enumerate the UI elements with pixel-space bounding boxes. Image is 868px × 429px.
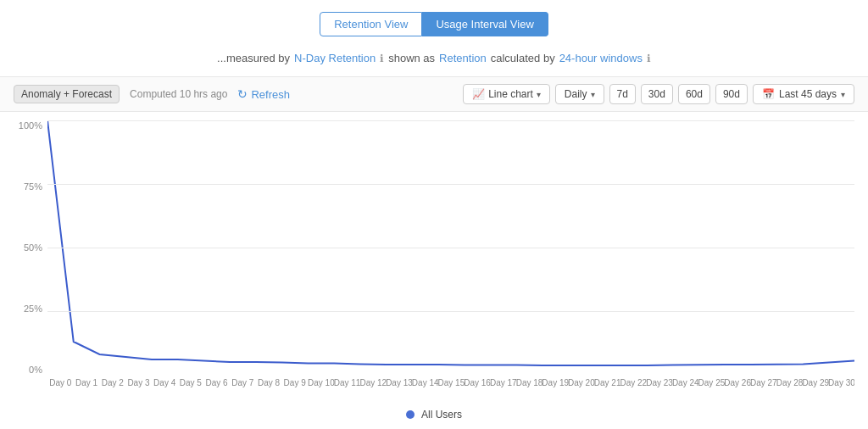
x-label: Day 20 — [568, 378, 594, 387]
x-label: Day 7 — [230, 378, 256, 387]
grid-line-25 — [47, 311, 854, 312]
x-label: Day 6 — [203, 378, 230, 387]
chart-type-label: Line chart — [488, 88, 533, 100]
shown-as-value[interactable]: Retention — [439, 52, 487, 64]
x-label: Day 11 — [334, 378, 360, 387]
legend-row: All Users — [0, 400, 868, 426]
measured-prefix: ...measured by — [217, 52, 290, 64]
refresh-button[interactable]: ↻ Refresh — [237, 87, 290, 101]
x-axis: Day 0Day 1Day 2Day 3Day 4Day 5Day 6Day 7… — [47, 375, 854, 400]
anomaly-badge: Anomaly + Forecast — [14, 85, 120, 103]
y-axis: 0% 25% 50% 75% 100% — [14, 120, 47, 375]
x-label: Day 8 — [256, 378, 282, 387]
period-30d-button[interactable]: 30d — [641, 84, 673, 104]
x-label: Day 19 — [542, 378, 568, 387]
tab-usage-interval[interactable]: Usage Interval View — [422, 12, 548, 36]
granularity-label: Daily — [565, 88, 587, 100]
toolbar: Anomaly + Forecast Computed 10 hrs ago ↻… — [0, 76, 868, 112]
y-label-0: 0% — [29, 365, 42, 375]
x-label: Day 25 — [698, 378, 725, 387]
x-label: Day 28 — [776, 378, 803, 387]
period-60d-button[interactable]: 60d — [678, 84, 710, 104]
computed-text: Computed 10 hrs ago — [130, 88, 227, 100]
x-label: Day 14 — [412, 378, 438, 387]
x-label: Day 9 — [281, 378, 308, 387]
period-7d-button[interactable]: 7d — [609, 84, 636, 104]
x-label: Day 10 — [308, 378, 334, 387]
refresh-label: Refresh — [251, 88, 290, 101]
x-label: Day 13 — [386, 378, 412, 387]
window-label[interactable]: 24-hour windows — [559, 52, 643, 64]
x-label: Day 24 — [672, 378, 698, 387]
legend-label: All Users — [421, 409, 462, 421]
x-label: Day 4 — [152, 378, 178, 387]
x-label: Day 0 — [47, 378, 74, 387]
y-label-25: 25% — [24, 304, 42, 314]
measured-row: ...measured by N-Day Retention ℹ shown a… — [0, 45, 868, 76]
grid-line-75 — [47, 184, 854, 185]
x-label: Day 23 — [646, 378, 672, 387]
chart-plot-area — [47, 120, 854, 375]
x-label: Day 17 — [490, 378, 516, 387]
granularity-dropdown[interactable]: Daily ▾ — [555, 84, 604, 104]
view-tabs: Retention View Usage Interval View — [0, 0, 868, 45]
toolbar-right: 📈 Line chart ▾ Daily ▾ 7d 30d 60d 90d 📅 … — [463, 84, 854, 104]
metric-info-icon[interactable]: ℹ — [380, 53, 384, 64]
retention-line — [47, 120, 854, 365]
legend-dot — [406, 410, 415, 419]
chevron-down-icon: ▾ — [841, 90, 845, 99]
x-label: Day 30 — [828, 378, 854, 387]
x-label: Day 18 — [516, 378, 542, 387]
x-label: Day 1 — [74, 378, 100, 387]
x-label: Day 3 — [125, 378, 152, 387]
chart-type-dropdown[interactable]: 📈 Line chart ▾ — [463, 84, 550, 104]
line-chart-icon: 📈 — [472, 88, 485, 100]
calendar-icon: 📅 — [762, 88, 775, 100]
chart-container: 0% 25% 50% 75% 100% Day 0Day 1Day 2Day 3… — [14, 120, 854, 400]
y-label-100: 100% — [19, 120, 42, 131]
x-label: Day 22 — [620, 378, 646, 387]
x-label: Day 21 — [594, 378, 620, 387]
x-label: Day 16 — [464, 378, 490, 387]
calculated-prefix: calculated by — [491, 52, 555, 64]
grid-line-100 — [47, 120, 854, 121]
date-range-dropdown[interactable]: 📅 Last 45 days ▾ — [753, 84, 854, 104]
date-range-label: Last 45 days — [779, 88, 837, 100]
period-90d-button[interactable]: 90d — [715, 84, 748, 104]
grid-line-50 — [47, 248, 854, 248]
x-label: Day 12 — [359, 378, 386, 387]
metric-label[interactable]: N-Day Retention — [294, 52, 376, 64]
chevron-down-icon: ▾ — [537, 90, 541, 99]
chevron-down-icon: ▾ — [591, 90, 595, 99]
refresh-icon: ↻ — [237, 87, 248, 101]
y-label-50: 50% — [24, 242, 42, 253]
shown-as-prefix: shown as — [388, 52, 435, 64]
chart-area: 0% 25% 50% 75% 100% Day 0Day 1Day 2Day 3… — [0, 112, 868, 400]
y-label-75: 75% — [24, 181, 42, 192]
tab-retention[interactable]: Retention View — [320, 12, 422, 36]
window-info-icon[interactable]: ℹ — [647, 53, 651, 64]
x-label: Day 26 — [724, 378, 750, 387]
x-label: Day 15 — [438, 378, 465, 387]
x-label: Day 2 — [99, 378, 125, 387]
x-label: Day 27 — [750, 378, 776, 387]
x-label: Day 5 — [178, 378, 204, 387]
x-label: Day 29 — [802, 378, 828, 387]
